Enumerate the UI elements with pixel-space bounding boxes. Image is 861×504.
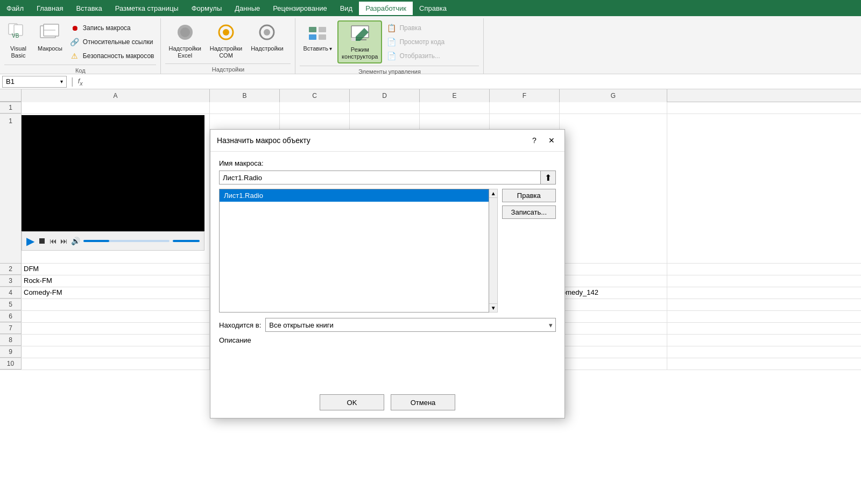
cell-ref-dropdown-icon[interactable]: ▾: [60, 79, 63, 84]
stop-button[interactable]: ⏹: [38, 236, 46, 246]
location-select[interactable]: Все открытые книги Эта книга: [265, 318, 556, 332]
progress-track[interactable]: [83, 240, 170, 242]
description-textarea[interactable]: [219, 347, 556, 380]
svg-rect-14: [319, 27, 326, 32]
ribbon-btn-visual-basic[interactable]: VB VisualBasic: [4, 20, 32, 61]
cell-g9[interactable]: [560, 346, 667, 358]
col-header-e[interactable]: E: [420, 89, 490, 102]
svg-point-9: [223, 29, 229, 36]
cell-a8[interactable]: [22, 335, 210, 346]
menu-page-layout[interactable]: Разметка страницы: [109, 2, 185, 15]
cell-f1[interactable]: [490, 102, 560, 113]
menu-developer[interactable]: Разработчик: [359, 2, 413, 15]
insert-ctrl-label: Вставить ▾: [303, 45, 332, 52]
menu-file[interactable]: Файл: [0, 2, 30, 15]
location-select-wrap: Все открытые книги Эта книга: [265, 318, 556, 332]
menu-formulas[interactable]: Формулы: [185, 2, 229, 15]
desc-label: Описание: [219, 336, 556, 344]
assign-macro-dialog: Назначить макрос объекту ? ✕ Имя макроса…: [210, 129, 565, 418]
cell-a6[interactable]: [22, 311, 210, 322]
ribbon-btn-macro-security[interactable]: ⚠ Безопасность макросов: [68, 49, 157, 62]
cell-g7[interactable]: [560, 323, 667, 334]
volume-button[interactable]: 🔊: [71, 237, 80, 245]
upload-icon: ⬆: [545, 173, 552, 183]
ribbon-btn-insert-ctrl[interactable]: Вставить ▾: [300, 20, 335, 54]
cell-g1[interactable]: [560, 102, 667, 113]
cell-e1[interactable]: [420, 102, 490, 113]
cell-ref-box[interactable]: B1 ▾: [2, 76, 67, 88]
show-objects-icon: 📄: [386, 51, 396, 61]
scroll-up-button[interactable]: ▲: [489, 189, 498, 198]
addins-excel-icon: [174, 23, 196, 44]
volume-track[interactable]: [173, 240, 200, 242]
ribbon-btn-record-macro[interactable]: ⏺ Запись макроса: [68, 22, 157, 34]
list-item[interactable]: Лист1.Radio: [220, 189, 489, 202]
cell-c1[interactable]: [280, 102, 350, 113]
cell-b1[interactable]: [210, 102, 280, 113]
relative-refs-icon: 🔗: [70, 37, 80, 47]
menu-help[interactable]: Справка: [413, 2, 453, 15]
prev-button[interactable]: ⏮: [50, 237, 57, 245]
next-button[interactable]: ⏭: [60, 237, 68, 245]
media-controls[interactable]: ▶ ⏹ ⏮ ⏭ 🔊: [22, 231, 204, 251]
col-header-c[interactable]: C: [280, 89, 350, 102]
ribbon-btn-relative-refs[interactable]: 🔗 Относительные ссылки: [68, 36, 157, 48]
col-header-d[interactable]: D: [350, 89, 420, 102]
ribbon-btn-properties[interactable]: 📋 Правка: [384, 22, 447, 34]
menu-view[interactable]: Вид: [334, 2, 359, 15]
edit-button[interactable]: Правка: [502, 189, 556, 202]
cell-g-row2[interactable]: [560, 114, 667, 264]
cell-g10[interactable]: [560, 358, 667, 370]
menu-home[interactable]: Главная: [30, 2, 69, 15]
cell-a2[interactable]: DFM: [22, 264, 210, 275]
cell-a10[interactable]: [22, 358, 210, 370]
macro-input-row: ⬆: [219, 171, 556, 184]
play-button[interactable]: ▶: [26, 235, 34, 247]
col-header-f[interactable]: F: [490, 89, 560, 102]
cell-a3[interactable]: Rock-FM: [22, 275, 210, 287]
menu-insert[interactable]: Вставка: [69, 2, 108, 15]
dialog-body: Имя макроса: ⬆ Лист1.Radio ▲ ▼: [210, 152, 564, 389]
cell-a9[interactable]: [22, 346, 210, 358]
ribbon-group-addins-content: НадстройкиExcel НадстройкиCOM: [165, 20, 291, 61]
cancel-button[interactable]: Отмена: [391, 394, 455, 410]
ribbon-btn-macros[interactable]: Макросы: [34, 20, 66, 54]
ok-button[interactable]: OK: [320, 394, 384, 410]
col-header-g[interactable]: G: [560, 89, 667, 102]
ribbon-btn-show-objects[interactable]: 📄 Отобразить...: [384, 49, 447, 62]
cell-g2[interactable]: [560, 264, 667, 275]
properties-icon: 📋: [386, 23, 396, 33]
ribbon-btn-designer-mode[interactable]: Режимконструктора: [337, 20, 382, 63]
ribbon-group-addins: НадстройкиExcel НадстройкиCOM: [161, 18, 295, 74]
dialog-close-button[interactable]: ✕: [545, 134, 558, 147]
cell-g4[interactable]: omedy_142: [560, 287, 667, 299]
cell-g8[interactable]: [560, 335, 667, 346]
macro-upload-button[interactable]: ⬆: [541, 171, 556, 184]
ribbon-btn-addins-com[interactable]: НадстройкиCOM: [207, 20, 245, 61]
scroll-down-button[interactable]: ▼: [489, 303, 498, 312]
svg-rect-15: [319, 34, 326, 40]
cell-a1[interactable]: [22, 102, 210, 113]
col-header-a[interactable]: A: [22, 89, 210, 102]
dialog-help-button[interactable]: ?: [528, 134, 541, 147]
cell-g6[interactable]: [560, 311, 667, 322]
cell-a7[interactable]: [22, 323, 210, 334]
dialog-title: Назначить макрос объекту: [217, 136, 310, 145]
record-button[interactable]: Записать...: [502, 205, 556, 219]
cell-a5[interactable]: [22, 299, 210, 310]
menu-data[interactable]: Данные: [228, 2, 266, 15]
cell-d1[interactable]: [350, 102, 420, 113]
col-header-b[interactable]: B: [210, 89, 280, 102]
cell-a4[interactable]: Comedy-FM: [22, 287, 210, 299]
ribbon-group-addins-label: Надстройки: [165, 63, 291, 75]
macro-list[interactable]: Лист1.Radio: [219, 189, 489, 313]
ribbon-btn-addins[interactable]: Надстройки: [248, 20, 286, 54]
menu-review[interactable]: Рецензирование: [266, 2, 333, 15]
cell-g5[interactable]: [560, 299, 667, 310]
cell-g3[interactable]: [560, 275, 667, 287]
ribbon-btn-addins-excel[interactable]: НадстройкиExcel: [165, 20, 204, 61]
macro-list-scrollbar: ▲ ▼: [489, 189, 498, 313]
macro-name-input[interactable]: [219, 171, 541, 184]
ribbon-btn-view-code[interactable]: 📄 Просмотр кода: [384, 36, 447, 48]
ribbon-group-controls-label: Элементы управления: [300, 66, 479, 77]
